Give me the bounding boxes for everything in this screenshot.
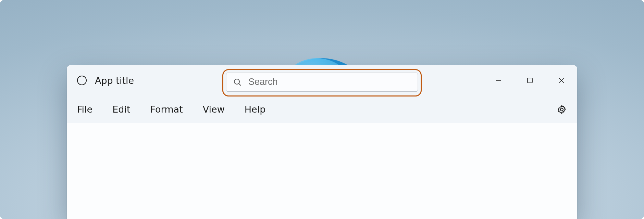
svg-point-0	[234, 79, 239, 84]
svg-line-1	[239, 83, 241, 86]
title-bar-center	[222, 69, 422, 96]
search-icon	[233, 78, 242, 86]
search-input[interactable]	[248, 77, 411, 87]
app-title: App title	[95, 75, 134, 86]
search-box[interactable]	[226, 72, 418, 92]
caption-controls	[483, 65, 577, 96]
menu-edit[interactable]: Edit	[112, 104, 130, 115]
close-button[interactable]	[546, 65, 577, 96]
svg-rect-3	[528, 78, 532, 83]
gear-icon[interactable]	[557, 104, 567, 115]
desktop-background: App title	[0, 0, 644, 219]
menu-help[interactable]: Help	[245, 104, 266, 115]
annotation-highlight	[222, 69, 422, 96]
menu-file[interactable]: File	[77, 104, 92, 115]
content-area	[67, 123, 577, 219]
menu-bar: File Edit Format View Help	[67, 96, 577, 123]
maximize-button[interactable]	[514, 65, 546, 96]
app-window: App title	[67, 65, 577, 219]
menu-view[interactable]: View	[203, 104, 225, 115]
minimize-button[interactable]	[483, 65, 514, 96]
title-bar[interactable]: App title	[67, 65, 577, 96]
app-icon	[77, 76, 87, 85]
svg-point-6	[560, 108, 563, 111]
menu-format[interactable]: Format	[150, 104, 183, 115]
